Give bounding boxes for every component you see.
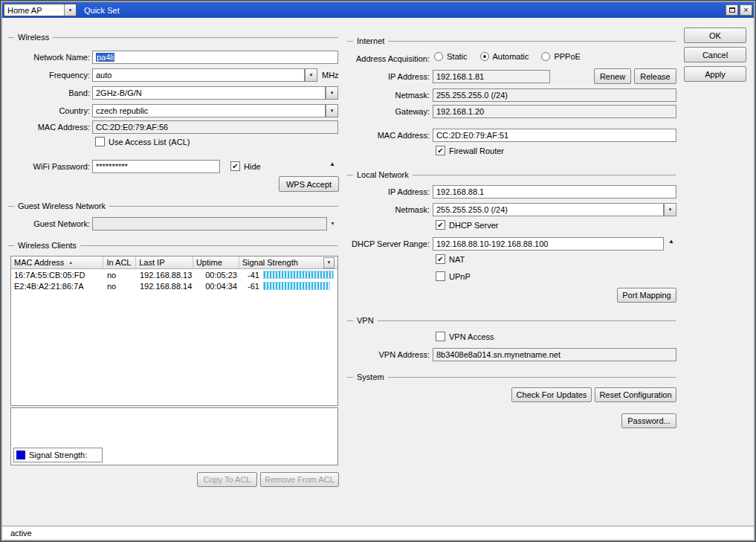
band-label: Band: [8, 88, 90, 97]
maximize-button[interactable] [726, 4, 738, 16]
column-label: Signal Strength [242, 258, 298, 267]
nat-checkbox-row[interactable]: NAT [436, 254, 465, 264]
local-ip-input[interactable]: 192.168.88.1 [433, 185, 676, 199]
table-row[interactable]: E2:4B:A2:21:86:7A no 192.168.88.14 00:04… [11, 280, 337, 291]
vpn-access-checkbox-row[interactable]: VPN Access [436, 332, 494, 341]
group-system-label: System [357, 372, 384, 381]
radio-static-label: Static [447, 52, 468, 61]
nat-checkbox[interactable] [436, 254, 445, 264]
dhcp-range-input[interactable]: 192.168.88.10-192.168.88.100 [433, 237, 664, 251]
cancel-button[interactable]: Cancel [684, 47, 746, 62]
wifi-password-input[interactable]: ********** [92, 160, 220, 173]
wifi-collapse-arrow-icon[interactable]: ▲ [329, 161, 335, 167]
apply-button[interactable]: Apply [684, 66, 746, 82]
group-internet-label: Internet [357, 36, 384, 45]
wifi-password-label: WiFi Password: [8, 162, 90, 171]
group-internet: Internet [347, 36, 676, 45]
network-name-value: pa4li [96, 53, 114, 62]
signal-legend-label: Signal Strength: [29, 451, 87, 459]
preset-dropdown-icon[interactable]: ▼ [64, 4, 76, 16]
vpn-address-label: VPN Address: [314, 350, 430, 359]
copy-to-acl-label: Copy To ACL [203, 475, 251, 484]
radio-static[interactable]: Static [434, 52, 468, 61]
firewall-router-checkbox[interactable] [436, 146, 445, 155]
quickset-window: Home AP ▼ Quick Set × Wireless Network N… [0, 0, 756, 542]
gateway-value: 192.168.1.20 [436, 107, 484, 116]
use-acl-checkbox-row[interactable]: Use Access List (ACL) [95, 137, 190, 146]
table-row[interactable]: 16:7A:55:CB:05:FD no 192.168.88.13 00:05… [11, 269, 337, 280]
signal-legend-box: Signal Strength: [13, 448, 103, 462]
group-local-network: Local Network [347, 170, 676, 179]
internet-ip-value: 192.168.1.81 [436, 72, 484, 81]
wireless-mac-label: MAC Address: [8, 123, 90, 132]
upnp-checkbox-row[interactable]: UPnP [436, 271, 471, 281]
columns-dropdown-button[interactable] [323, 257, 335, 268]
port-mapping-button[interactable]: Port Mapping [617, 288, 676, 303]
radio-pppoe[interactable]: PPPoE [541, 52, 580, 61]
dhcp-server-checkbox-row[interactable]: DHCP Server [436, 220, 498, 230]
close-button[interactable]: × [740, 4, 752, 16]
cell-last-ip: 192.168.88.13 [137, 271, 194, 280]
upnp-checkbox[interactable] [436, 271, 445, 281]
release-label: Release [640, 72, 670, 81]
column-label: Uptime [196, 258, 222, 267]
column-label: Last IP [139, 258, 164, 267]
vpn-access-checkbox[interactable] [436, 332, 445, 341]
wifi-password-value: ********** [96, 162, 128, 171]
local-ip-label: IP Address: [314, 187, 430, 196]
hide-checkbox[interactable] [230, 161, 240, 171]
internet-ip-field: 192.168.1.81 [433, 70, 550, 83]
preset-value[interactable]: Home AP [4, 4, 64, 16]
country-value: czech republic [96, 106, 148, 115]
renew-label: Renew [600, 72, 625, 81]
radio-pppoe-circle[interactable] [541, 52, 550, 61]
check-for-updates-button[interactable]: Check For Updates [511, 387, 592, 402]
radio-automatic-label: Automatic [493, 52, 529, 61]
guest-network-dropdown-icon: ▼ [330, 221, 335, 226]
local-netmask-select[interactable]: 255.255.255.0 (/24) [433, 203, 664, 216]
cell-uptime: 00:05:23 [194, 271, 240, 280]
close-icon: × [743, 6, 748, 14]
column-header-signal-strength[interactable]: Signal Strength [239, 257, 337, 268]
password-label: Password... [627, 416, 670, 425]
use-acl-checkbox[interactable] [95, 137, 105, 146]
wireless-mac-field: CC:2D:E0:79:AF:56 [92, 120, 338, 134]
firewall-router-checkbox-row[interactable]: Firewall Router [436, 146, 504, 155]
cancel-label: Cancel [702, 51, 728, 59]
release-button[interactable]: Release [634, 68, 676, 84]
column-header-last-ip[interactable]: Last IP [136, 257, 193, 268]
sort-ascending-icon: ▲ [68, 260, 73, 265]
radio-automatic[interactable]: Automatic [480, 52, 529, 61]
remove-from-acl-button[interactable]: Remove From ACL [260, 472, 339, 487]
local-netmask-dropdown-button[interactable] [664, 203, 676, 216]
band-select[interactable]: 2GHz-B/G/N [92, 86, 326, 100]
dhcp-collapse-arrow-icon[interactable]: ▲ [668, 238, 674, 245]
reset-configuration-button[interactable]: Reset Configuration [595, 387, 676, 402]
copy-to-acl-button[interactable]: Copy To ACL [197, 472, 257, 487]
internet-mac-input[interactable]: CC:2D:E0:79:AF:51 [433, 129, 676, 142]
column-header-in-acl[interactable]: In ACL [103, 257, 136, 268]
renew-button[interactable]: Renew [594, 68, 631, 84]
port-mapping-label: Port Mapping [622, 291, 671, 300]
column-header-mac-address[interactable]: MAC Address ▲ [11, 257, 103, 268]
title-bar[interactable]: Home AP ▼ Quick Set × [2, 2, 754, 18]
internet-mac-value: CC:2D:E0:79:AF:51 [436, 131, 508, 140]
hide-label: Hide [244, 162, 261, 171]
status-bar: active [2, 526, 754, 540]
column-header-uptime[interactable]: Uptime [193, 257, 239, 268]
group-local-label: Local Network [357, 170, 409, 179]
guest-network-label: Guest Network: [8, 219, 90, 228]
radio-static-circle[interactable] [434, 52, 443, 61]
ok-button[interactable]: OK [684, 28, 746, 43]
country-select[interactable]: czech republic [92, 104, 326, 117]
network-name-input[interactable]: pa4li [92, 51, 338, 64]
hide-checkbox-row[interactable]: Hide [230, 161, 261, 171]
password-button[interactable]: Password... [621, 413, 676, 428]
group-system: System [347, 372, 676, 381]
dhcp-server-checkbox[interactable] [436, 220, 445, 230]
local-netmask-label: Netmask: [314, 205, 430, 214]
preset-combobox[interactable]: Home AP ▼ [4, 4, 77, 16]
frequency-input[interactable]: auto [92, 68, 305, 82]
radio-automatic-circle[interactable] [480, 52, 489, 61]
dhcp-server-label: DHCP Server [449, 221, 498, 230]
